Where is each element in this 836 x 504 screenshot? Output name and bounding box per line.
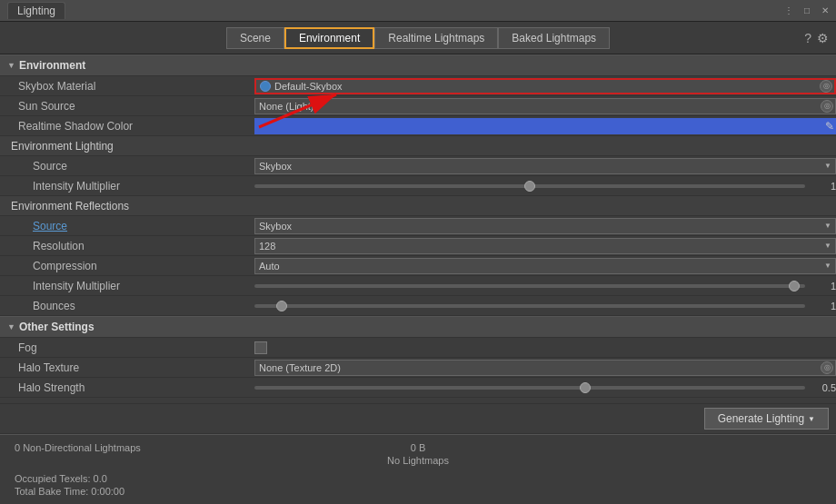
- env-reflections-label: Environment Reflections: [0, 200, 254, 212]
- bounces-row: Bounces 1: [0, 296, 836, 316]
- env-lighting-intensity-label: Intensity Multiplier: [0, 180, 254, 193]
- env-lighting-slider-handle[interactable]: [524, 181, 535, 192]
- halo-strength-handle[interactable]: [580, 382, 591, 393]
- halo-texture-label: Halo Texture: [0, 361, 254, 374]
- shadow-color-value: ✎: [254, 118, 836, 134]
- window-tab[interactable]: Lighting: [7, 2, 65, 19]
- ref-intensity-val: 1: [809, 281, 836, 292]
- skybox-material-value: Default-Skybox ◎: [254, 78, 836, 94]
- dropdown-arrow-3: ▼: [824, 242, 831, 250]
- generate-lighting-label: Generate Lighting: [718, 412, 804, 425]
- bottom-bar: 0 Non-Directional Lightmaps 0 B No Light…: [0, 434, 836, 504]
- bounces-track[interactable]: [254, 304, 805, 308]
- halo-texture-field[interactable]: None (Texture 2D) ◎: [254, 360, 836, 376]
- skybox-material-picker[interactable]: ◎: [820, 80, 832, 93]
- resolution-value: 128 ▼: [254, 238, 836, 254]
- sun-source-picker[interactable]: ◎: [821, 100, 833, 113]
- shadow-color-label: Realtime Shadow Color: [0, 120, 254, 133]
- fog-row: Fog: [0, 338, 836, 358]
- halo-texture-picker[interactable]: ◎: [821, 361, 833, 374]
- env-reflections-source-dropdown[interactable]: Skybox ▼: [254, 218, 836, 234]
- resolution-row: Resolution 128 ▼: [0, 236, 836, 256]
- other-settings-header: ▼ Other Settings: [0, 316, 836, 338]
- compression-value: Auto ▼: [254, 258, 836, 274]
- dropdown-arrow-4: ▼: [824, 262, 831, 270]
- environment-header: ▼ Environment: [0, 54, 836, 76]
- tab-realtime-lightmaps[interactable]: Realtime Lightmaps: [374, 27, 498, 49]
- bounces-val: 1: [809, 301, 836, 311]
- env-lighting-slider-row: 1: [254, 181, 836, 192]
- env-lighting-intensity-row: Intensity Multiplier 1: [0, 176, 836, 196]
- halo-texture-value: None (Texture 2D) ◎: [254, 360, 836, 376]
- generate-lighting-button[interactable]: Generate Lighting ▼: [704, 408, 829, 430]
- env-lighting-intensity-val: 1: [809, 181, 836, 192]
- halo-texture-text: None (Texture 2D): [259, 362, 341, 373]
- collapse-triangle[interactable]: ▼: [7, 61, 15, 70]
- sun-source-row: Sun Source None (Light) ◎: [0, 96, 836, 116]
- shadow-color-row: Realtime Shadow Color ✎: [0, 116, 836, 136]
- help-icon[interactable]: ?: [804, 31, 811, 45]
- close-icon[interactable]: ✕: [818, 4, 832, 18]
- status-bottom-left: Occupied Texels: 0.0 Total Bake Time: 0:…: [15, 473, 821, 497]
- halo-strength-track[interactable]: [254, 386, 805, 390]
- status-right: [552, 442, 821, 466]
- shadow-color-swatch[interactable]: ✎: [254, 118, 836, 134]
- skybox-material-label: Skybox Material: [0, 80, 254, 93]
- resolution-text: 128: [259, 241, 824, 252]
- other-settings-section: ▼ Other Settings Fog Halo Texture None (…: [0, 316, 836, 398]
- env-reflections-source-value: Skybox ▼: [254, 218, 836, 234]
- sun-source-field[interactable]: None (Light) ◎: [254, 98, 836, 114]
- env-reflections-header-row: Environment Reflections: [0, 196, 836, 216]
- sun-source-text: None (Light): [259, 101, 314, 112]
- env-lighting-source-value: Skybox ▼: [254, 158, 836, 174]
- dropdown-arrow-2: ▼: [824, 222, 831, 230]
- environment-section: ▼ Environment Skybox Material Default-Sk…: [0, 54, 836, 316]
- maximize-icon[interactable]: □: [800, 4, 814, 18]
- env-reflections-source-label[interactable]: Source: [0, 220, 254, 232]
- settings-icon[interactable]: ⚙: [817, 31, 829, 45]
- env-lighting-header-row: Environment Lighting: [0, 136, 836, 156]
- total-bake-time: Total Bake Time: 0:00:00: [15, 486, 821, 497]
- env-lighting-source-row: Source Skybox ▼: [0, 156, 836, 176]
- window-title: Lighting: [17, 5, 55, 17]
- compression-text: Auto: [259, 261, 824, 272]
- env-lighting-source-text: Skybox: [259, 161, 824, 172]
- other-collapse-triangle[interactable]: ▼: [7, 322, 15, 331]
- halo-strength-value: 0.5: [254, 382, 836, 393]
- status-row-2: Occupied Texels: 0.0 Total Bake Time: 0:…: [7, 469, 829, 500]
- halo-strength-label: Halo Strength: [0, 381, 254, 394]
- ref-intensity-slider-row: 1: [254, 281, 836, 292]
- env-lighting-slider-track[interactable]: [254, 184, 805, 188]
- env-lighting-label: Environment Lighting: [0, 140, 254, 153]
- occupied-texels: Occupied Texels: 0.0: [15, 473, 821, 484]
- skybox-material-field[interactable]: Default-Skybox ◎: [254, 78, 836, 94]
- ref-intensity-track[interactable]: [254, 284, 805, 288]
- ref-intensity-row: Intensity Multiplier 1: [0, 276, 836, 296]
- halo-texture-row: Halo Texture None (Texture 2D) ◎: [0, 358, 836, 378]
- generate-row: Generate Lighting ▼: [0, 403, 836, 434]
- compression-label: Compression: [0, 260, 254, 272]
- sun-source-value: None (Light) ◎: [254, 98, 836, 114]
- ref-intensity-value: 1: [254, 281, 836, 292]
- fog-checkbox[interactable]: [254, 341, 267, 354]
- env-lighting-intensity-value: 1: [254, 181, 836, 192]
- color-picker-icon[interactable]: ✎: [825, 120, 834, 133]
- window: Lighting ⋮ □ ✕ Scene Environment Realtim…: [0, 0, 836, 504]
- fog-label: Fog: [0, 341, 254, 354]
- lightmaps-count: 0 Non-Directional Lightmaps: [15, 442, 284, 453]
- skybox-material-row: Skybox Material Default-Skybox ◎: [0, 76, 836, 96]
- lightmaps-size: 0 B: [284, 442, 552, 453]
- env-lighting-source-label: Source: [0, 160, 254, 173]
- env-lighting-source-dropdown[interactable]: Skybox ▼: [254, 158, 836, 174]
- tab-baked-lightmaps[interactable]: Baked Lightmaps: [498, 27, 610, 49]
- bounces-handle[interactable]: [276, 301, 287, 311]
- ref-intensity-handle[interactable]: [789, 281, 800, 292]
- kebab-icon[interactable]: ⋮: [781, 4, 796, 18]
- compression-dropdown[interactable]: Auto ▼: [254, 258, 836, 274]
- content-area: ▼ Environment Skybox Material Default-Sk…: [0, 54, 836, 403]
- halo-strength-slider-row: 0.5: [254, 382, 836, 393]
- tab-environment[interactable]: Environment: [284, 27, 374, 49]
- tab-scene[interactable]: Scene: [226, 27, 284, 49]
- resolution-dropdown[interactable]: 128 ▼: [254, 238, 836, 254]
- toolbar-help-area: ? ⚙: [804, 31, 829, 45]
